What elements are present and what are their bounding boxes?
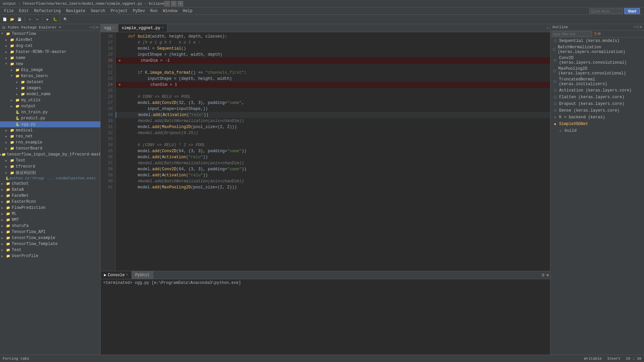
tree-item-vgg[interactable]: 🐍 vgg.py [0, 121, 100, 127]
outline-sequential[interactable]: ⬡ Sequential (keras.models) [550, 38, 644, 44]
code-content[interactable]: def build(width, height, depth, classes)… [116, 32, 550, 271]
tree-item-captcha[interactable]: ▶ 📁 验证码识别 [0, 170, 100, 176]
redo-button[interactable]: ↪ [34, 16, 41, 23]
minimize-button[interactable]: ─ [164, 1, 170, 6]
pe-close[interactable]: × [96, 25, 98, 29]
menu-project[interactable]: Project [108, 8, 130, 14]
tree-item-tensorflow[interactable]: ▼ 📁 Tensorflow [0, 31, 100, 37]
tree-item-flowprediction[interactable]: ▶ 📁 FlowPrediction [0, 205, 100, 211]
menu-refactoring[interactable]: Refactoring [32, 8, 63, 14]
tree-item-userprofile[interactable]: ▶ 📁 UserProfile [0, 253, 100, 259]
tree-item-new[interactable]: ▼ 📁 new [0, 61, 100, 67]
undo-button[interactable]: ↩ [26, 16, 33, 23]
tree-item-facenet[interactable]: ▶ 📁 FaceNet [0, 193, 100, 199]
outline-build[interactable]: ◇ build [550, 127, 644, 134]
menu-navigate[interactable]: Navigate [63, 8, 88, 14]
tab-vgg-close[interactable]: × [113, 26, 115, 30]
console-terminate[interactable]: ■ [546, 273, 549, 277]
outline-filter-input[interactable] [552, 31, 592, 37]
tree-item-rnn-example[interactable]: ▶ 📁 rnn_example [0, 139, 100, 145]
outline-class-icon-5: ⬡ [552, 79, 557, 84]
close-button[interactable]: × [178, 1, 183, 6]
tree-item-dataset[interactable]: ▶ 📁 dataset [0, 79, 100, 85]
tree-item-model-name[interactable]: ▶ 📁 model_name [0, 91, 100, 97]
ln-25: 25 [101, 88, 113, 94]
outline-minimize[interactable]: ─ [633, 25, 636, 29]
ln-40: 40 [101, 178, 113, 184]
tab-simple-vggnet[interactable]: simple_vggnet.py × [118, 24, 167, 32]
tree-item-medical[interactable]: ▶ 📁 medical [0, 127, 100, 133]
ln-35: 35 [101, 148, 113, 154]
start-button[interactable]: Start [624, 8, 640, 14]
tree-item-chatbot[interactable]: ▶ 📁 chatbot [0, 181, 100, 187]
menu-search[interactable]: Search [88, 8, 108, 14]
save-button[interactable]: 💾 [16, 16, 23, 23]
outline-maxpooling[interactable]: ⬡ MaxPooling2D (keras.layers.convolution… [550, 66, 644, 76]
tab-vgg[interactable]: vgg × [101, 24, 118, 32]
menu-pydev[interactable]: PyDev [130, 8, 148, 14]
new-button[interactable]: 📄 [1, 16, 8, 23]
console-clear[interactable]: 🗑 [541, 273, 545, 277]
tree-item-my-utils[interactable]: ▶ 📁 my_utils [0, 97, 100, 103]
tree-item-test[interactable]: ▶ 📁 Test [0, 158, 100, 164]
menu-file[interactable]: File [1, 8, 16, 14]
tree-item-tensorboard[interactable]: ▶ 📁 tensorBoard [0, 145, 100, 152]
tree-item-res-net[interactable]: ▶ 📁 res_net [0, 133, 100, 139]
tree-item-ml[interactable]: ▶ 📁 ML [0, 211, 100, 217]
search-button[interactable]: 🔍 [62, 16, 69, 23]
run-button[interactable]: ▶ [44, 16, 51, 23]
tree-item-nmt[interactable]: ▶ 📁 NMT [0, 217, 100, 223]
menu-edit[interactable]: Edit [16, 8, 32, 14]
outline-maximize[interactable]: □ [637, 25, 639, 29]
code-line-31: model.add(MaxPooling2D(pool_size=(2, 2))… [116, 124, 550, 130]
outline-k-backend[interactable]: ▪ K = backend (keras) [550, 114, 644, 121]
outline-batchnorm[interactable]: ⬡ BatchNormalization (keras.layers.norma… [550, 44, 644, 55]
tree-item-python-interpreter[interactable]: 🐍 python (e:\Progr ... conda3\python.exe… [0, 176, 100, 181]
outline-conv2d[interactable]: ⬡ Conv2D (keras.layers.convolutional) [550, 55, 644, 66]
pe-minimize[interactable]: ─ [90, 25, 92, 29]
tree-item-tfrecord-master[interactable]: ▶ 📁 tensorflow_input_image_by_tfrecord-m… [0, 152, 100, 158]
menu-help[interactable]: Help [180, 8, 195, 14]
tree-item-nn-train[interactable]: 🐍 nn_train.py [0, 109, 100, 115]
outline-close[interactable]: × [640, 25, 642, 29]
tree-item-tensorflow-api[interactable]: ▶ 📁 Tensorflow_API [0, 229, 100, 235]
tree-item-predict[interactable]: 🐍 predict.py [0, 115, 100, 121]
tree-item-output[interactable]: ▶ 📁 output [0, 103, 100, 109]
tree-item-diy-image[interactable]: ▶ 📁 Diy_image [0, 67, 100, 73]
outline-class-icon: ⬡ [552, 38, 558, 44]
tree-item-shurufa[interactable]: ▶ 📁 shurufa [0, 223, 100, 229]
pe-maximize[interactable]: □ [93, 25, 95, 29]
menu-window[interactable]: Window [160, 8, 180, 14]
maximize-button[interactable]: □ [171, 1, 176, 6]
ln-37: 37 [101, 160, 113, 166]
tab-console-close[interactable]: × [126, 273, 128, 277]
outline-dense[interactable]: ⬡ Dense (keras.layers.core) [550, 107, 644, 114]
tree-item-tensorflow-template[interactable]: ▶ 📁 Tensorflow_Template [0, 241, 100, 247]
tree-item-dataa[interactable]: ▶ 📁 DataA [0, 187, 100, 193]
tab-pyunit[interactable]: PyUnit [132, 271, 153, 279]
tree-item-tensorflow-example[interactable]: ▶ 📁 tensorflow_example [0, 235, 100, 241]
outline-activation[interactable]: ⬡ Activation (keras.layers.core) [550, 87, 644, 94]
tree-item-name[interactable]: ▶ 📁 name [0, 55, 100, 61]
outline-simplevggnet[interactable]: ◆ SimpleVGGNet [550, 121, 644, 127]
outline-sort[interactable]: 中 [597, 32, 601, 37]
tree-item-alexnet[interactable]: ▶ 📁 AlexNet [0, 37, 100, 43]
editor-maximize[interactable]: □ [547, 26, 549, 30]
tree-item-tfrecord[interactable]: ▶ 📁 tfrecord [0, 164, 100, 170]
tree-item-faster-rcnn[interactable]: ▶ 📁 Faster-RCNN-TF-master [0, 49, 100, 55]
tree-item-test2[interactable]: ▶ 📁 Test [0, 247, 100, 253]
outline-dropout[interactable]: ⬡ Dropout (keras.layers.core) [550, 101, 644, 107]
outline-icon-s[interactable]: S [594, 32, 597, 37]
tree-item-keras-learn[interactable]: ▼ 📁 Keras_learn [0, 73, 100, 79]
quick-access-input[interactable] [589, 8, 623, 14]
tree-item-dog-cat[interactable]: ▶ 📁 dog-cat [0, 43, 100, 49]
tab-console[interactable]: ▶ Console × [101, 271, 132, 279]
tree-item-fasterrcnn[interactable]: ▶ 📁 FasterRcnn [0, 199, 100, 205]
menu-run[interactable]: Run [148, 8, 160, 14]
debug-button[interactable]: 🐛 [52, 16, 58, 23]
outline-truncatednormal[interactable]: ⬡ TruncatedNormal (keras.initializers) [550, 76, 644, 87]
outline-flatten[interactable]: ⬡ Flatten (keras.layers.core) [550, 94, 644, 101]
tab-simple-vggnet-close[interactable]: × [162, 26, 164, 30]
tree-item-images[interactable]: ▶ 📁 images [0, 85, 100, 91]
open-button[interactable]: 📂 [9, 16, 15, 23]
